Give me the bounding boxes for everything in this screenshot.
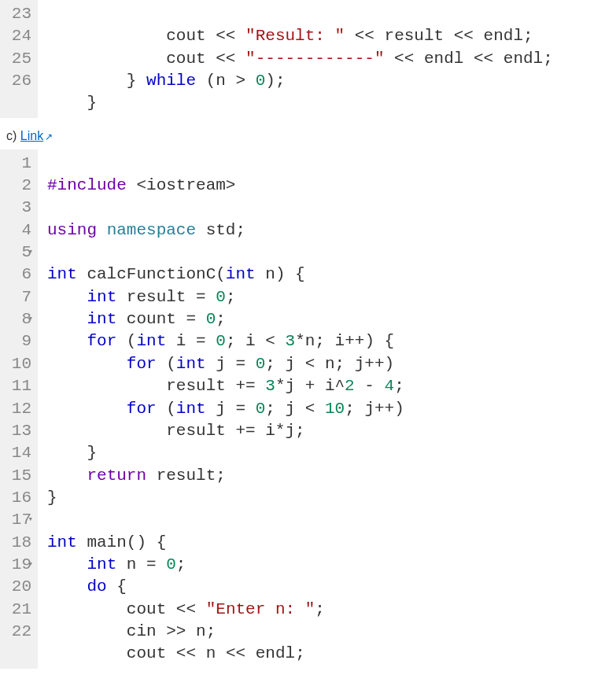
line-number: 23	[5, 3, 31, 25]
line-number: 15	[5, 465, 31, 487]
caption-c: c) Link↗	[6, 129, 616, 143]
code-bottom: #include <iostream> using namespace std;…	[38, 149, 404, 669]
line-number: 2	[5, 175, 31, 197]
line-number: 24	[5, 25, 31, 47]
line-number: 10	[5, 353, 31, 375]
caption-label: c)	[6, 129, 20, 142]
line-number: 6	[5, 264, 31, 286]
gutter-top: 23242526	[0, 0, 38, 118]
line-number: 25	[5, 48, 31, 70]
line-number: 4	[5, 219, 31, 242]
code-top: cout << "Result: " << result << endl; co…	[38, 0, 553, 118]
external-link-icon: ↗	[45, 131, 53, 142]
line-number: 13	[5, 420, 31, 442]
line-number: 20	[5, 576, 31, 598]
code-block-top: 23242526 cout << "Result: " << result <<…	[0, 0, 616, 118]
link-c[interactable]: Link	[20, 129, 43, 142]
line-number: 3	[5, 197, 31, 219]
line-number: 26	[5, 70, 31, 92]
line-number: 12	[5, 398, 31, 420]
code-block-bottom: 12345678910111213141516171819202122 #inc…	[0, 149, 616, 669]
line-number: 1	[5, 153, 31, 175]
line-number: 17	[5, 509, 31, 531]
line-number: 22	[5, 621, 31, 643]
line-number: 14	[5, 442, 31, 464]
line-number: 19	[5, 554, 31, 576]
line-number: 11	[5, 375, 31, 397]
line-number: 7	[5, 286, 31, 308]
line-number: 21	[5, 599, 31, 621]
line-number: 18	[5, 532, 31, 554]
line-number: 8	[5, 308, 31, 330]
line-number: 9	[5, 330, 31, 352]
line-number: 16	[5, 487, 31, 509]
gutter-bottom: 12345678910111213141516171819202122	[0, 149, 38, 669]
line-number: 5	[5, 242, 31, 264]
